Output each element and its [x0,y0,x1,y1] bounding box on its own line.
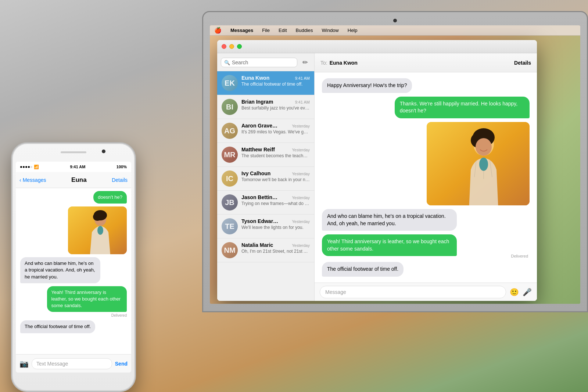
chat-messages: Happy Anniversary! How's the trip? Thank… [315,72,537,283]
conv-preview: Best surfabilly jazz trio you've ever he… [241,105,310,111]
conv-info: Jason Bettin… Yesterday Trying on new fr… [241,194,310,206]
conv-time: Yesterday [292,243,310,248]
apple-menu-icon[interactable]: 🍎 [214,27,222,34]
iphone-msg-4: Yeah! Third anniversary is leather, so w… [47,286,127,312]
conv-preview: The official footwear of time off. [241,82,310,87]
conversation-item-matthew[interactable]: MR Matthew Reiff Yesterday The student b… [217,143,314,167]
iphone-details-button[interactable]: Details [112,177,128,183]
conv-header: Aaron Grave… Yesterday [241,123,310,129]
conv-time: Yesterday [292,148,310,152]
conversation-item-aaron[interactable]: AG Aaron Grave… Yesterday It's 269 miles… [217,119,314,143]
svg-point-4 [476,138,492,156]
iphone-nav-bar: ‹ Messages Euna Details [16,172,131,188]
message-5: Yeah! Third anniversary is leather, so w… [322,234,457,256]
iphone-delivered: Delivered [20,313,127,317]
window-titlebar [217,40,537,53]
details-button[interactable]: Details [514,60,531,66]
search-icon: 🔍 [224,60,230,65]
avatar-jason: JB [222,194,238,211]
avatar-initials: AG [222,123,238,139]
avatar-initials: MR [222,147,238,163]
conv-info: Tyson Edwar… Yesterday We'll leave the l… [241,218,310,230]
iphone-send-button[interactable]: Send [115,361,128,367]
iphone-camera-icon[interactable]: 📷 [19,359,29,368]
macbook: 🍎 Messages File Edit Buddies Window Help [202,11,588,342]
message-4: And who can blame him, he's on a tropica… [322,209,457,231]
avatar-initials: IC [222,170,238,187]
iphone-input-bar: 📷 Text Message Send [16,354,131,373]
message-5-wrap: Yeah! Third anniversary is leather, so w… [322,234,530,258]
menu-help[interactable]: Help [346,28,359,33]
conv-time: 9:41 AM [295,100,310,104]
delivered-label: Delivered [322,254,530,258]
conv-name: Tyson Edwar… [241,218,278,224]
conv-preview: It's 269 miles to Vegas. We've got a ful… [241,129,310,134]
avatar-natalia: NM [222,242,238,258]
window-body: 🔍 Search ✏ EK [217,53,537,301]
iphone: 📶 9:41 AM 100% ‹ Messages Euna Details d… [11,142,136,392]
close-button[interactable] [222,44,226,49]
macbook-screen: 🍎 Messages File Edit Buddies Window Help [210,25,580,304]
conversation-item-brian[interactable]: BI Brian Ingram 9:41 AM Best surfabilly … [217,95,314,119]
conversation-item-euna[interactable]: EK Euna Kwon 9:41 AM The official footwe… [217,71,314,95]
emoji-icon[interactable]: 🙂 [510,288,519,296]
avatar-initials: JB [222,194,238,211]
conv-header: Natalia Maric Yesterday [241,242,310,248]
menu-file[interactable]: File [261,28,271,33]
iphone-msg-5: The official footwear of time off. [20,320,95,333]
menu-edit[interactable]: Edit [277,28,288,33]
avatar-initials: BI [222,99,238,115]
compose-button[interactable]: ✏ [300,57,311,68]
conv-name: Ivy Calhoun [241,170,270,176]
iphone-messages: doesn't he? [16,188,131,354]
iphone-msg-1: doesn't he? [93,191,127,204]
signal-dot-2 [23,166,25,168]
search-input[interactable]: Search [232,60,248,65]
conv-time: Yesterday [292,124,310,128]
message-1: Happy Anniversary! How's the trip? [322,78,412,93]
conv-header: Jason Bettin… Yesterday [241,194,310,200]
iphone-speaker [61,151,86,153]
conv-preview: Oh, I'm on 21st Street, not 21st Avenue. [241,249,310,254]
avatar-aaron: AG [222,123,238,139]
menu-buddies[interactable]: Buddies [294,28,315,33]
signal-dot-3 [25,166,27,168]
message-6: The official footwear of time off. [322,262,404,277]
iphone-text-input[interactable]: Text Message [32,358,112,369]
search-bar: 🔍 Search ✏ [217,53,314,71]
status-left: 📶 [20,165,39,169]
search-input-wrap[interactable]: 🔍 Search [221,58,297,67]
conversation-item-tyson[interactable]: TE Tyson Edwar… Yesterday We'll leave th… [217,215,314,238]
wifi-icon: 📶 [34,165,39,169]
menu-messages[interactable]: Messages [229,28,255,33]
conv-info: Matthew Reiff Yesterday The student beco… [241,147,310,158]
conv-info: Brian Ingram 9:41 AM Best surfabilly jaz… [241,99,310,111]
menu-window[interactable]: Window [320,28,340,33]
signal-dot-1 [20,166,22,168]
message-2: Thanks. We're still happily married. He … [395,97,530,118]
avatar-matthew: MR [222,147,238,163]
iphone-battery: 100% [116,165,127,169]
microphone-icon[interactable]: 🎤 [523,288,532,296]
conversation-item-jason[interactable]: JB Jason Bettin… Yesterday Trying on new… [217,191,314,215]
messages-window: 🔍 Search ✏ EK [217,40,537,301]
avatar-initials: EK [222,75,238,91]
conversation-item-natalia[interactable]: NM Natalia Maric Yesterday Oh, I'm on 21… [217,238,314,262]
conv-name: Natalia Maric [241,242,273,248]
conv-name: Aaron Grave… [241,123,277,129]
minimize-button[interactable] [229,44,234,49]
avatar-initials: TE [222,218,238,234]
iphone-front-camera [102,150,105,153]
sidebar: 🔍 Search ✏ EK [217,53,315,301]
conv-name: Euna Kwon [241,75,269,81]
svg-point-8 [479,158,488,171]
iphone-nav-title: Euna [46,176,112,184]
message-input[interactable]: Message [320,286,506,298]
zoom-button[interactable] [237,44,242,49]
conversation-item-ivy[interactable]: IC Ivy Calhoun Yesterday Tomorrow we'll … [217,167,314,191]
iphone-status-bar: 📶 9:41 AM 100% [16,162,131,172]
back-button[interactable]: ‹ Messages [19,177,46,183]
conv-time: 9:41 AM [295,76,310,80]
conv-header: Ivy Calhoun Yesterday [241,170,310,176]
signal-dots [20,166,32,168]
